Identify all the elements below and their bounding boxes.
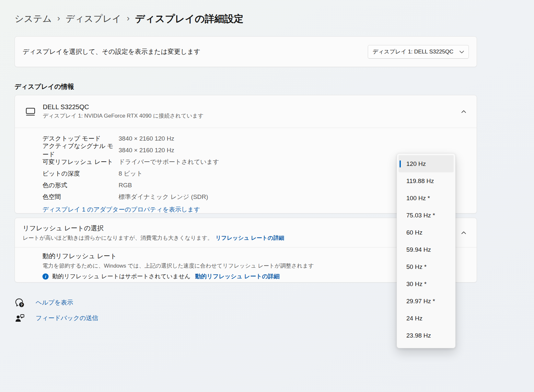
refresh-rate-option-label: 100 Hz * bbox=[406, 195, 430, 202]
adapter-properties-link[interactable]: ディスプレイ 1 のアダプターのプロパティを表示します bbox=[42, 205, 200, 214]
display-info-header: DELL S3225QC ディスプレイ 1: NVIDIA GeForce RT… bbox=[15, 95, 477, 128]
get-help-link[interactable]: ? ヘルプを表示 bbox=[15, 296, 73, 309]
breadcrumb: システム › ディスプレイ › ディスプレイの詳細設定 bbox=[15, 11, 244, 27]
advanced-display-settings-page: システム › ディスプレイ › ディスプレイの詳細設定 ディスプレイを選択して、… bbox=[0, 0, 534, 392]
refresh-rate-option-60hz[interactable]: 60 Hz bbox=[399, 224, 454, 241]
breadcrumb-separator-icon: › bbox=[57, 13, 60, 25]
detail-label: 可変リフレッシュ レート bbox=[42, 158, 119, 166]
refresh-rate-option-24hz[interactable]: 24 Hz bbox=[399, 310, 454, 327]
refresh-rate-option-30hz[interactable]: 30 Hz * bbox=[399, 275, 454, 293]
refresh-rate-option-100hz[interactable]: 100 Hz * bbox=[399, 190, 454, 207]
collapse-display-info-button[interactable] bbox=[458, 106, 470, 117]
help-icon: ? bbox=[15, 298, 25, 307]
refresh-rate-option-59-94hz[interactable]: 59.94 Hz bbox=[399, 241, 454, 258]
monitor-connection: ディスプレイ 1: NVIDIA GeForce RTX 4090 に接続されて… bbox=[43, 112, 203, 120]
refresh-rate-option-label: 75.03 Hz * bbox=[406, 212, 435, 219]
detail-label: 色空間 bbox=[42, 193, 119, 201]
detail-label: アクティブなシグナル モード bbox=[42, 142, 119, 159]
monitor-icon bbox=[25, 107, 36, 116]
breadcrumb-separator-icon: › bbox=[127, 13, 130, 25]
refresh-rate-description-text: レートが高いほど動きは滑らかになりますが、消費電力も大きくなります。 bbox=[23, 235, 213, 241]
dynamic-refresh-rate-learn-more-link[interactable]: 動的リフレッシュ レートの詳細 bbox=[195, 272, 280, 280]
feedback-icon bbox=[15, 314, 25, 323]
page-title: ディスプレイの詳細設定 bbox=[135, 12, 244, 26]
refresh-rate-learn-more-link[interactable]: リフレッシュ レートの詳細 bbox=[215, 235, 284, 241]
refresh-rate-option-label: 29.97 Hz * bbox=[406, 298, 435, 305]
refresh-rate-option-label: 120 Hz bbox=[406, 160, 426, 167]
collapse-refresh-rate-button[interactable] bbox=[458, 227, 470, 238]
info-icon bbox=[42, 273, 49, 280]
refresh-rate-option-label: 119.88 Hz bbox=[406, 178, 434, 185]
get-help-label: ヘルプを表示 bbox=[36, 298, 73, 307]
refresh-rate-option-label: 23.98 Hz bbox=[406, 332, 431, 339]
breadcrumb-item-display[interactable]: ディスプレイ bbox=[65, 13, 121, 25]
detail-value: 3840 × 2160 120 Hz bbox=[119, 135, 174, 142]
detail-label: 色の形式 bbox=[42, 181, 119, 190]
detail-value: 8 ビット bbox=[119, 169, 143, 178]
refresh-rate-option-label: 30 Hz * bbox=[406, 281, 426, 288]
refresh-rate-option-50hz[interactable]: 50 Hz * bbox=[399, 258, 454, 275]
refresh-rate-option-label: 50 Hz * bbox=[406, 263, 426, 271]
refresh-rate-flyout: 120 Hz 119.88 Hz 100 Hz * 75.03 Hz * 60 … bbox=[397, 153, 456, 348]
send-feedback-link[interactable]: フィードバックの送信 bbox=[15, 312, 98, 325]
detail-label: ビットの深度 bbox=[42, 169, 119, 178]
refresh-rate-option-label: 59.94 Hz bbox=[406, 246, 431, 253]
breadcrumb-item-system[interactable]: システム bbox=[15, 13, 52, 25]
display-info-header-text: DELL S3225QC ディスプレイ 1: NVIDIA GeForce RT… bbox=[43, 103, 203, 120]
display-select-dropdown[interactable]: ディスプレイ 1: DELL S3225QC bbox=[368, 45, 469, 59]
display-select-label: ディスプレイを選択して、その設定を表示または変更します bbox=[23, 47, 200, 56]
detail-value: RGB bbox=[119, 182, 132, 189]
selected-accent-bar bbox=[400, 160, 401, 167]
detail-value: ドライバーでサポートされています bbox=[119, 158, 219, 166]
send-feedback-label: フィードバックの送信 bbox=[36, 314, 98, 322]
chevron-down-icon bbox=[459, 49, 464, 55]
refresh-rate-option-label: 60 Hz bbox=[406, 229, 423, 236]
refresh-rate-option-23-98hz[interactable]: 23.98 Hz bbox=[399, 327, 454, 344]
refresh-rate-option-119-88hz[interactable]: 119.88 Hz bbox=[399, 172, 454, 190]
refresh-rate-option-75-03hz[interactable]: 75.03 Hz * bbox=[399, 207, 454, 224]
detail-value: 3840 × 2160 120 Hz bbox=[119, 147, 174, 154]
refresh-rate-option-label: 24 Hz bbox=[406, 315, 423, 322]
refresh-rate-option-29-97hz[interactable]: 29.97 Hz * bbox=[399, 293, 454, 310]
monitor-name: DELL S3225QC bbox=[43, 103, 203, 111]
display-select-card: ディスプレイを選択して、その設定を表示または変更します ディスプレイ 1: DE… bbox=[15, 36, 477, 67]
display-info-section-title: ディスプレイの情報 bbox=[15, 82, 74, 91]
detail-value: 標準ダイナミック レンジ (SDR) bbox=[119, 193, 208, 201]
display-select-dropdown-value: ディスプレイ 1: DELL S3225QC bbox=[373, 48, 453, 55]
svg-text:?: ? bbox=[20, 303, 23, 306]
refresh-rate-option-120hz[interactable]: 120 Hz bbox=[399, 155, 454, 172]
dynamic-refresh-rate-status: 動的リフレッシュ レートはサポートされていません bbox=[52, 272, 191, 280]
